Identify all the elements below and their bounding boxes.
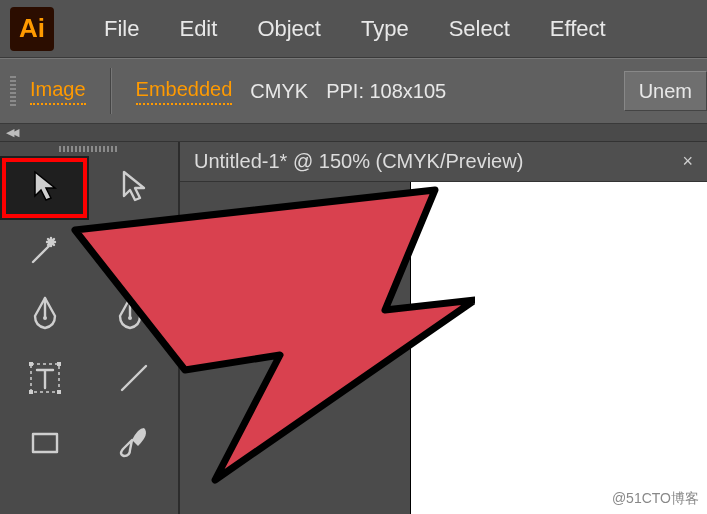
pen-tool[interactable] <box>0 284 89 348</box>
pen-icon <box>25 294 65 338</box>
svg-point-0 <box>124 238 148 254</box>
add-anchor-point-tool[interactable] <box>89 284 178 348</box>
pen-plus-icon <box>114 294 154 338</box>
grip-lines-icon <box>59 146 119 152</box>
ppi-label: PPI: 108x105 <box>326 80 446 103</box>
image-link[interactable]: Image <box>30 78 86 105</box>
tools-grid <box>0 156 178 476</box>
canvas-pasteboard <box>180 182 410 514</box>
magic-wand-tool[interactable] <box>0 220 89 284</box>
menu-file[interactable]: File <box>104 16 139 42</box>
collapse-arrows-icon: ◀◀ <box>6 126 16 139</box>
divider <box>110 68 112 114</box>
unembed-button[interactable]: Unem <box>624 71 707 111</box>
rectangle-tool[interactable] <box>0 412 89 476</box>
app-logo: Ai <box>10 7 54 51</box>
tools-panel <box>0 142 180 514</box>
direct-selection-tool[interactable] <box>89 156 178 220</box>
svg-rect-9 <box>57 390 61 394</box>
menu-bar: Ai File Edit Object Type Select Effect <box>0 0 707 58</box>
menu-effect[interactable]: Effect <box>550 16 606 42</box>
menu-edit[interactable]: Edit <box>179 16 217 42</box>
brush-icon <box>114 422 154 466</box>
canvas-viewport[interactable] <box>180 182 707 514</box>
watermark: @51CTO博客 <box>612 490 699 508</box>
controlbar-grabber[interactable] <box>10 76 16 106</box>
artboard[interactable] <box>410 182 707 514</box>
document-tab-title[interactable]: Untitled-1* @ 150% (CMYK/Preview) <box>194 150 523 173</box>
menu-select[interactable]: Select <box>449 16 510 42</box>
selection-icon <box>25 166 65 210</box>
svg-rect-11 <box>33 434 57 452</box>
svg-rect-8 <box>29 390 33 394</box>
app-logo-text: Ai <box>19 13 45 44</box>
main-area: Untitled-1* @ 150% (CMYK/Preview) × <box>0 142 707 514</box>
control-bar: Image Embedded CMYK PPI: 108x105 Unem <box>0 58 707 124</box>
document-tab-close-icon[interactable]: × <box>682 151 693 172</box>
tools-panel-grabber[interactable] <box>0 142 178 156</box>
direct-selection-icon <box>114 166 154 210</box>
unembed-button-label: Unem <box>639 80 692 103</box>
paintbrush-tool[interactable] <box>89 412 178 476</box>
menu-type[interactable]: Type <box>361 16 409 42</box>
rectangle-icon <box>25 422 65 466</box>
lasso-icon <box>114 230 154 274</box>
magic-wand-icon <box>25 230 65 274</box>
type-icon <box>25 358 65 402</box>
embedded-link[interactable]: Embedded <box>136 78 233 105</box>
svg-line-10 <box>122 366 146 390</box>
panel-collapse-strip[interactable]: ◀◀ <box>0 124 707 142</box>
line-segment-tool[interactable] <box>89 348 178 412</box>
document-area: Untitled-1* @ 150% (CMYK/Preview) × <box>180 142 707 514</box>
lasso-tool[interactable] <box>89 220 178 284</box>
type-tool[interactable] <box>0 348 89 412</box>
line-icon <box>114 358 154 402</box>
menu-object[interactable]: Object <box>257 16 321 42</box>
selection-tool[interactable] <box>0 156 89 220</box>
color-mode-label: CMYK <box>250 80 308 103</box>
svg-rect-7 <box>57 362 61 366</box>
document-tab-bar: Untitled-1* @ 150% (CMYK/Preview) × <box>180 142 707 182</box>
svg-rect-6 <box>29 362 33 366</box>
